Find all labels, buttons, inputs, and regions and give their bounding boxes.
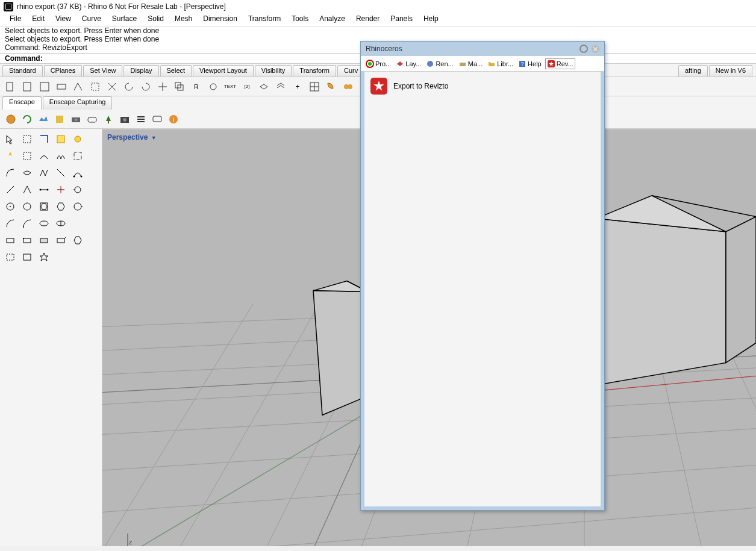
- menu-surface[interactable]: Surface: [107, 13, 142, 26]
- rect-tool[interactable]: [2, 232, 18, 248]
- poly2-tool[interactable]: [70, 232, 86, 248]
- curve2-tool[interactable]: [19, 165, 35, 181]
- tab-setview[interactable]: Set View: [83, 65, 122, 76]
- polyline-tool[interactable]: [70, 148, 86, 164]
- layer-button[interactable]: [257, 79, 271, 94]
- tab-select[interactable]: Select: [160, 65, 192, 76]
- panel-tab-revizto[interactable]: Rev...: [545, 58, 575, 69]
- redo-button[interactable]: [139, 79, 153, 94]
- enscape-views-button[interactable]: [36, 112, 51, 126]
- enscape-camera-button[interactable]: [69, 112, 83, 126]
- line2-tool[interactable]: [19, 182, 35, 198]
- panel-title-bar[interactable]: Rhinoceros: [361, 42, 604, 56]
- explode-tool[interactable]: [2, 148, 18, 164]
- tab-drafting[interactable]: afting: [678, 65, 708, 76]
- tab-newinv6[interactable]: New in V6: [709, 65, 752, 76]
- menu-transform[interactable]: Transform: [243, 13, 286, 26]
- shade2-button[interactable]: [341, 79, 355, 94]
- extend-tool[interactable]: [70, 182, 86, 198]
- menu-solid[interactable]: Solid: [143, 13, 169, 26]
- menu-dimension[interactable]: Dimension: [198, 13, 242, 26]
- segment-tool[interactable]: [36, 182, 52, 198]
- menu-view[interactable]: View: [51, 13, 76, 26]
- gear-tool[interactable]: [70, 131, 86, 147]
- hide-button[interactable]: [206, 79, 220, 94]
- polygon-tool[interactable]: [53, 199, 69, 214]
- line-tool[interactable]: [53, 148, 69, 164]
- plus-button[interactable]: +: [290, 79, 305, 94]
- layer2-button[interactable]: [273, 79, 288, 94]
- menu-tools[interactable]: Tools: [287, 13, 313, 26]
- menu-help[interactable]: Help: [419, 13, 443, 26]
- menu-file[interactable]: File: [5, 13, 26, 26]
- handle-tool[interactable]: [70, 165, 86, 181]
- rect2-tool[interactable]: [19, 232, 35, 248]
- rect4-tool[interactable]: [53, 232, 69, 248]
- panel-tab-help[interactable]: ? Help: [517, 59, 543, 69]
- dropdown-icon[interactable]: ▼: [151, 135, 157, 141]
- menu-edit[interactable]: Edit: [27, 13, 49, 26]
- panel-tab-properties[interactable]: Pro...: [364, 59, 392, 69]
- tab-transform[interactable]: Transform: [293, 65, 336, 76]
- text-button[interactable]: TEXT: [223, 79, 237, 94]
- save-file-button[interactable]: [37, 79, 52, 94]
- panel-tab-layers[interactable]: Lay...: [395, 59, 422, 69]
- menu-render[interactable]: Render: [351, 13, 384, 26]
- move-tool[interactable]: [53, 131, 69, 147]
- point-tool[interactable]: [19, 148, 35, 164]
- pointer-tool[interactable]: [2, 131, 18, 147]
- tab-visibility[interactable]: Visibility: [255, 65, 292, 76]
- tab-display[interactable]: Display: [123, 65, 158, 76]
- star-tool[interactable]: [70, 199, 86, 214]
- sketch-tool[interactable]: [53, 165, 69, 181]
- enscape-about-button[interactable]: i: [166, 112, 181, 126]
- cplane2-button[interactable]: [88, 79, 102, 94]
- tab-standard[interactable]: Standard: [2, 65, 43, 76]
- enscape-vr-button[interactable]: [85, 112, 99, 126]
- arc2-tool[interactable]: [2, 216, 18, 231]
- menu-mesh[interactable]: Mesh: [170, 13, 197, 26]
- enscape-manage-button[interactable]: [52, 112, 67, 126]
- select-tool[interactable]: [36, 131, 52, 147]
- open-file-button[interactable]: [20, 79, 35, 94]
- shade-button[interactable]: [324, 79, 339, 94]
- circle-tool[interactable]: [2, 182, 18, 198]
- cplane-button[interactable]: [71, 79, 86, 94]
- menu-analyze[interactable]: Analyze: [314, 13, 350, 26]
- enscape-sync-button[interactable]: [20, 112, 34, 126]
- undo-button[interactable]: [122, 79, 136, 94]
- dim-button[interactable]: [2]: [240, 79, 254, 94]
- circle-3pt-tool[interactable]: [19, 199, 35, 214]
- curve-tool[interactable]: [36, 148, 52, 164]
- menu-curve[interactable]: Curve: [77, 13, 106, 26]
- rhinoceros-panel[interactable]: Rhinoceros Pro... Lay... Ren... Ma... Li…: [360, 41, 605, 511]
- trim-tool[interactable]: [53, 182, 69, 198]
- print-button[interactable]: [54, 79, 69, 94]
- enscape-tree-button[interactable]: [101, 112, 116, 126]
- rotate-button[interactable]: R: [189, 79, 204, 94]
- gear-icon[interactable]: [579, 45, 588, 53]
- ellipse-tool[interactable]: [36, 199, 52, 214]
- srf3-tool[interactable]: [70, 216, 86, 231]
- srf-tool[interactable]: [36, 216, 52, 231]
- panel-tab-materials[interactable]: Ma...: [457, 59, 484, 69]
- move-button[interactable]: [155, 79, 170, 94]
- cplane3-button[interactable]: [105, 79, 119, 94]
- arc-tool[interactable]: [2, 165, 18, 181]
- star2-tool[interactable]: [36, 249, 52, 265]
- panel-tab-rendering[interactable]: Ren...: [425, 59, 454, 69]
- srf2-tool[interactable]: [53, 216, 69, 231]
- tab-enscape-capturing[interactable]: Enscape Capturing: [43, 96, 113, 110]
- copy-button[interactable]: [172, 79, 187, 94]
- arc3-tool[interactable]: [19, 216, 35, 231]
- interp-tool[interactable]: [36, 165, 52, 181]
- plane-tool[interactable]: [2, 249, 18, 265]
- grid-button[interactable]: [307, 79, 322, 94]
- tab-cplanes[interactable]: CPlanes: [44, 65, 83, 76]
- close-icon[interactable]: [592, 45, 599, 53]
- tab-enscape[interactable]: Enscape: [2, 96, 42, 110]
- menu-panels[interactable]: Panels: [386, 13, 417, 26]
- circle-center-tool[interactable]: [2, 199, 18, 214]
- lasso-tool[interactable]: [19, 131, 35, 147]
- enscape-settings-button[interactable]: [134, 112, 148, 126]
